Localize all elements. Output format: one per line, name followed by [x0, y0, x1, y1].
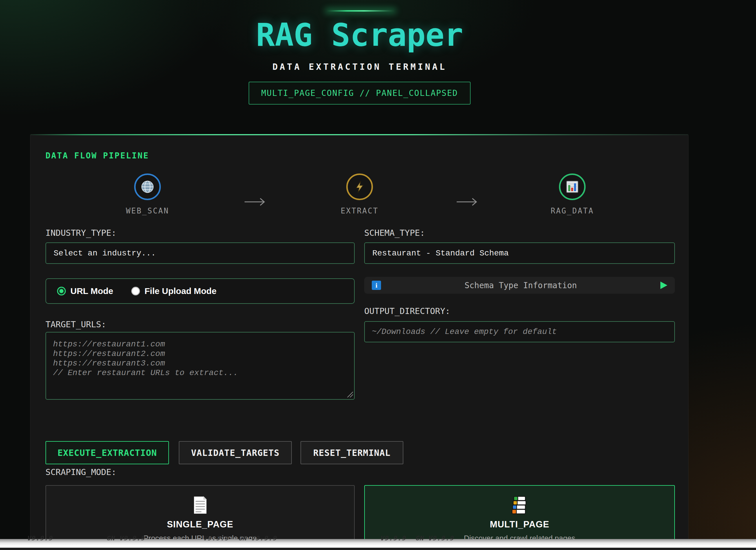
file-upload-mode-label: File Upload Mode: [145, 286, 216, 296]
page-icon: [192, 496, 209, 515]
extract-label: EXTRACT: [341, 207, 379, 215]
industry-select[interactable]: Select an industry...: [45, 243, 355, 264]
main-panel: DATA FLOW PIPELINE WEB_SCAN EXTRACT: [30, 134, 688, 550]
globe-icon: [141, 180, 154, 194]
multi-page-config-button[interactable]: MULTI_PAGE_CONFIG // PANEL_COLLAPSED: [249, 82, 471, 105]
info-icon: i: [372, 280, 381, 290]
industry-select-value: Select an industry...: [54, 249, 156, 258]
flow-arrow-icon: [243, 196, 267, 208]
file-upload-mode-radio[interactable]: File Upload Mode: [131, 286, 216, 296]
schema-select-value: Restaurant - Standard Schema: [372, 249, 509, 258]
validate-targets-button[interactable]: VALIDATE_TARGETS: [179, 441, 292, 464]
industry-type-label: INDUSTRY_TYPE:: [45, 228, 116, 238]
target-urls-label: TARGET_URLS:: [45, 319, 106, 329]
radio-unselected-icon[interactable]: [131, 287, 140, 295]
input-mode-group: URL Mode File Upload Mode: [45, 278, 355, 304]
lightning-icon: [353, 181, 366, 193]
page-title: RAG Scraper: [0, 17, 719, 53]
watermark-text: GN V9.9.9: [238, 535, 278, 542]
output-directory-input[interactable]: [364, 321, 675, 342]
radio-selected-icon[interactable]: [57, 287, 66, 295]
schema-select[interactable]: Restaurant - Standard Schema: [364, 243, 675, 264]
pipeline-heading: DATA FLOW PIPELINE: [45, 151, 149, 161]
url-mode-label: URL Mode: [70, 286, 113, 296]
output-directory-wrap: [364, 321, 675, 342]
watermark-text: V9.9.9: [203, 535, 230, 542]
execute-extraction-button[interactable]: EXECUTE_EXTRACTION: [45, 441, 169, 464]
target-urls-wrap: [45, 332, 355, 401]
schema-info-label: Schema Type Information: [381, 280, 660, 290]
extract-circle: [346, 174, 373, 200]
watermark-text: GN V9.9.9: [415, 535, 455, 542]
web-scan-circle: [134, 174, 161, 200]
target-urls-textarea[interactable]: [45, 332, 355, 400]
rag-data-circle: [559, 174, 586, 200]
reset-terminal-button[interactable]: RESET_TERMINAL: [300, 441, 403, 464]
pipeline-stage-extract: EXTRACT: [316, 174, 403, 215]
bar-chart-icon: [566, 181, 579, 193]
app-header: RAG Scraper DATA EXTRACTION TERMINAL MUL…: [0, 0, 719, 105]
watermark-text: GN V9.9.9: [106, 535, 146, 542]
page-subtitle: DATA EXTRACTION TERMINAL: [0, 62, 719, 72]
flow-arrow-icon: [456, 196, 479, 208]
watermark-text: V9.9.9: [26, 535, 54, 542]
scraping-mode-label: SCRAPING_MODE:: [45, 467, 116, 477]
output-directory-label: OUTPUT_DIRECTORY:: [364, 306, 450, 316]
play-icon: [660, 281, 667, 289]
pipeline-stage-web-scan: WEB_SCAN: [104, 174, 191, 215]
url-mode-radio[interactable]: URL Mode: [57, 286, 113, 296]
footer-dark-bar: [0, 548, 756, 550]
web-scan-label: WEB_SCAN: [126, 207, 169, 215]
watermark-text: V9.9.9: [380, 535, 407, 542]
single-page-title: SINGLE_PAGE: [167, 519, 233, 530]
schema-type-label: SCHEMA_TYPE:: [364, 228, 425, 238]
books-icon: [511, 496, 528, 515]
resize-handle[interactable]: [347, 391, 353, 397]
multi-page-title: MULTI_PAGE: [490, 519, 549, 530]
pipeline-stage-rag-data: RAG_DATA: [529, 174, 616, 215]
schema-info-toggle[interactable]: i Schema Type Information: [364, 277, 675, 294]
rag-data-label: RAG_DATA: [551, 207, 594, 215]
